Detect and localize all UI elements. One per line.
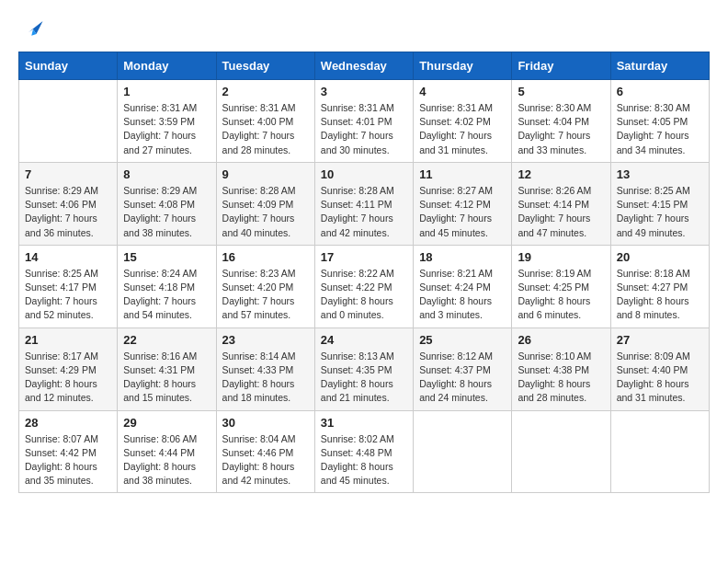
day-number: 23 <box>222 333 309 347</box>
header <box>18 15 710 42</box>
day-number: 8 <box>123 167 210 181</box>
calendar-cell: 5Sunrise: 8:30 AM Sunset: 4:04 PM Daylig… <box>512 80 610 163</box>
day-info: Sunrise: 8:22 AM Sunset: 4:22 PM Dayligh… <box>321 267 407 323</box>
calendar-week-row: 28Sunrise: 8:07 AM Sunset: 4:42 PM Dayli… <box>19 410 710 493</box>
weekday-header-tuesday: Tuesday <box>216 52 314 80</box>
calendar-cell: 20Sunrise: 8:18 AM Sunset: 4:27 PM Dayli… <box>610 245 709 327</box>
day-info: Sunrise: 8:19 AM Sunset: 4:25 PM Dayligh… <box>518 267 604 323</box>
day-number: 26 <box>518 333 604 347</box>
calendar-cell: 3Sunrise: 8:31 AM Sunset: 4:01 PM Daylig… <box>314 80 413 163</box>
calendar-cell: 14Sunrise: 8:25 AM Sunset: 4:17 PM Dayli… <box>19 245 118 327</box>
calendar-cell: 21Sunrise: 8:17 AM Sunset: 4:29 PM Dayli… <box>19 327 118 410</box>
day-number: 15 <box>123 250 210 264</box>
day-number: 13 <box>617 167 703 181</box>
calendar-cell: 15Sunrise: 8:24 AM Sunset: 4:18 PM Dayli… <box>118 245 216 327</box>
weekday-header-friday: Friday <box>512 52 610 80</box>
day-info: Sunrise: 8:27 AM Sunset: 4:12 PM Dayligh… <box>419 184 506 240</box>
day-info: Sunrise: 8:26 AM Sunset: 4:14 PM Dayligh… <box>518 184 604 240</box>
day-info: Sunrise: 8:28 AM Sunset: 4:09 PM Dayligh… <box>222 184 309 240</box>
day-number: 3 <box>321 85 407 98</box>
day-info: Sunrise: 8:10 AM Sunset: 4:38 PM Dayligh… <box>518 350 604 406</box>
day-number: 11 <box>419 167 506 181</box>
day-number: 27 <box>617 333 703 347</box>
day-info: Sunrise: 8:09 AM Sunset: 4:40 PM Dayligh… <box>617 350 703 406</box>
calendar-cell: 19Sunrise: 8:19 AM Sunset: 4:25 PM Dayli… <box>512 245 610 327</box>
day-number: 17 <box>321 250 407 264</box>
day-number: 28 <box>25 416 111 430</box>
calendar-cell: 11Sunrise: 8:27 AM Sunset: 4:12 PM Dayli… <box>414 162 512 245</box>
day-number: 25 <box>419 333 506 347</box>
svg-marker-0 <box>28 21 43 34</box>
day-info: Sunrise: 8:17 AM Sunset: 4:29 PM Dayligh… <box>25 350 111 406</box>
day-number: 31 <box>321 416 407 430</box>
calendar-cell <box>414 410 512 493</box>
calendar-cell: 8Sunrise: 8:29 AM Sunset: 4:08 PM Daylig… <box>118 162 216 245</box>
calendar-cell: 13Sunrise: 8:25 AM Sunset: 4:15 PM Dayli… <box>610 162 709 245</box>
logo <box>18 15 46 42</box>
day-number: 7 <box>25 167 111 181</box>
calendar-cell: 28Sunrise: 8:07 AM Sunset: 4:42 PM Dayli… <box>19 410 118 493</box>
calendar-cell <box>19 80 118 163</box>
calendar-cell: 29Sunrise: 8:06 AM Sunset: 4:44 PM Dayli… <box>118 410 216 493</box>
calendar-week-row: 21Sunrise: 8:17 AM Sunset: 4:29 PM Dayli… <box>19 327 710 410</box>
day-number: 6 <box>617 85 703 98</box>
day-number: 1 <box>123 85 210 98</box>
calendar-cell: 18Sunrise: 8:21 AM Sunset: 4:24 PM Dayli… <box>414 245 512 327</box>
calendar-cell: 2Sunrise: 8:31 AM Sunset: 4:00 PM Daylig… <box>216 80 314 163</box>
weekday-header-thursday: Thursday <box>414 52 512 80</box>
day-number: 9 <box>222 167 309 181</box>
calendar-cell: 6Sunrise: 8:30 AM Sunset: 4:05 PM Daylig… <box>610 80 709 163</box>
day-info: Sunrise: 8:25 AM Sunset: 4:15 PM Dayligh… <box>617 184 703 240</box>
calendar-week-row: 7Sunrise: 8:29 AM Sunset: 4:06 PM Daylig… <box>19 162 710 245</box>
calendar-cell: 4Sunrise: 8:31 AM Sunset: 4:02 PM Daylig… <box>414 80 512 163</box>
day-number: 21 <box>25 333 111 347</box>
day-info: Sunrise: 8:16 AM Sunset: 4:31 PM Dayligh… <box>123 350 210 406</box>
calendar-table: SundayMondayTuesdayWednesdayThursdayFrid… <box>18 52 710 493</box>
calendar-cell: 17Sunrise: 8:22 AM Sunset: 4:22 PM Dayli… <box>314 245 413 327</box>
day-info: Sunrise: 8:06 AM Sunset: 4:44 PM Dayligh… <box>123 432 210 488</box>
calendar-cell: 10Sunrise: 8:28 AM Sunset: 4:11 PM Dayli… <box>314 162 413 245</box>
calendar-cell: 31Sunrise: 8:02 AM Sunset: 4:48 PM Dayli… <box>314 410 413 493</box>
day-number: 16 <box>222 250 309 264</box>
weekday-header-sunday: Sunday <box>19 52 118 80</box>
calendar-cell: 23Sunrise: 8:14 AM Sunset: 4:33 PM Dayli… <box>216 327 314 410</box>
day-number: 2 <box>222 85 309 98</box>
day-info: Sunrise: 8:25 AM Sunset: 4:17 PM Dayligh… <box>25 267 111 323</box>
calendar-cell <box>512 410 610 493</box>
day-info: Sunrise: 8:31 AM Sunset: 4:02 PM Dayligh… <box>419 101 506 157</box>
day-number: 22 <box>123 333 210 347</box>
calendar-page: SundayMondayTuesdayWednesdayThursdayFrid… <box>0 0 728 563</box>
day-info: Sunrise: 8:30 AM Sunset: 4:05 PM Dayligh… <box>617 101 703 157</box>
day-number: 10 <box>321 167 407 181</box>
weekday-header-monday: Monday <box>118 52 216 80</box>
calendar-cell: 16Sunrise: 8:23 AM Sunset: 4:20 PM Dayli… <box>216 245 314 327</box>
calendar-cell: 22Sunrise: 8:16 AM Sunset: 4:31 PM Dayli… <box>118 327 216 410</box>
day-info: Sunrise: 8:30 AM Sunset: 4:04 PM Dayligh… <box>518 101 604 157</box>
day-number: 18 <box>419 250 506 264</box>
calendar-cell: 9Sunrise: 8:28 AM Sunset: 4:09 PM Daylig… <box>216 162 314 245</box>
calendar-cell: 7Sunrise: 8:29 AM Sunset: 4:06 PM Daylig… <box>19 162 118 245</box>
calendar-cell: 27Sunrise: 8:09 AM Sunset: 4:40 PM Dayli… <box>610 327 709 410</box>
day-number: 30 <box>222 416 309 430</box>
day-number: 12 <box>518 167 604 181</box>
day-info: Sunrise: 8:29 AM Sunset: 4:08 PM Dayligh… <box>123 184 210 240</box>
weekday-header-wednesday: Wednesday <box>314 52 413 80</box>
logo-bird-icon <box>20 15 46 40</box>
calendar-cell: 12Sunrise: 8:26 AM Sunset: 4:14 PM Dayli… <box>512 162 610 245</box>
day-info: Sunrise: 8:31 AM Sunset: 4:01 PM Dayligh… <box>321 101 407 157</box>
day-info: Sunrise: 8:31 AM Sunset: 4:00 PM Dayligh… <box>222 101 309 157</box>
calendar-cell: 24Sunrise: 8:13 AM Sunset: 4:35 PM Dayli… <box>314 327 413 410</box>
day-number: 24 <box>321 333 407 347</box>
day-number: 19 <box>518 250 604 264</box>
day-number: 4 <box>419 85 506 98</box>
day-number: 5 <box>518 85 604 98</box>
day-info: Sunrise: 8:31 AM Sunset: 3:59 PM Dayligh… <box>123 101 210 157</box>
day-info: Sunrise: 8:14 AM Sunset: 4:33 PM Dayligh… <box>222 350 309 406</box>
day-number: 20 <box>617 250 703 264</box>
day-number: 29 <box>123 416 210 430</box>
calendar-header-row: SundayMondayTuesdayWednesdayThursdayFrid… <box>19 52 710 80</box>
calendar-cell: 25Sunrise: 8:12 AM Sunset: 4:37 PM Dayli… <box>414 327 512 410</box>
day-info: Sunrise: 8:07 AM Sunset: 4:42 PM Dayligh… <box>25 432 111 488</box>
calendar-cell: 26Sunrise: 8:10 AM Sunset: 4:38 PM Dayli… <box>512 327 610 410</box>
day-info: Sunrise: 8:23 AM Sunset: 4:20 PM Dayligh… <box>222 267 309 323</box>
